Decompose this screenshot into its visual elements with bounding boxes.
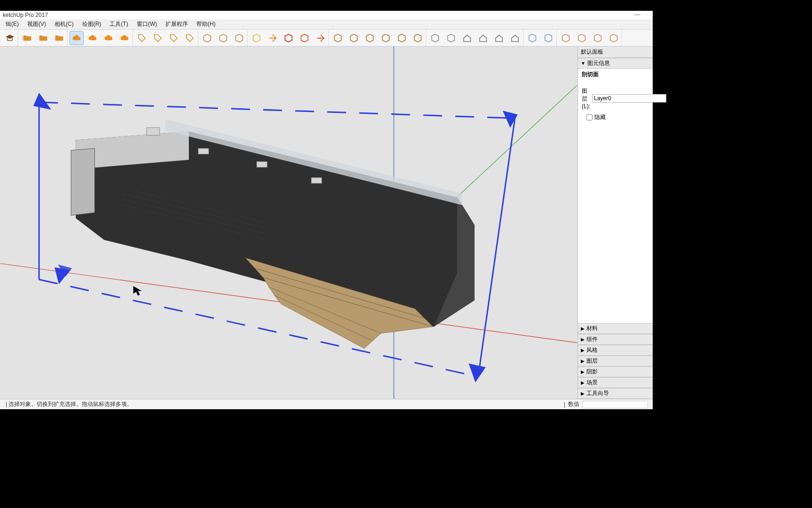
accordion-风格[interactable]: ▶风格 xyxy=(578,345,653,356)
status-bar: | 选择对象。切换到扩充选择。拖动鼠标选择多项。 | 数值 xyxy=(0,399,653,409)
chevron-down-icon: ▼ xyxy=(581,61,586,66)
chevron-right-icon: ▶ xyxy=(581,358,585,364)
toolbar-house2[interactable] xyxy=(476,31,490,45)
accordion-组件[interactable]: ▶组件 xyxy=(578,334,653,345)
menu-bar: 辑(E)视图(V)相机(C)绘图(R)工具(T)窗口(W)扩展程序帮助(H) xyxy=(0,19,653,30)
minimize-button[interactable]: — xyxy=(634,11,640,18)
toolbar xyxy=(0,30,653,47)
menu-扩展程序[interactable]: 扩展程序 xyxy=(162,19,192,29)
toolbar-tag3[interactable] xyxy=(167,31,181,45)
hidden-checkbox[interactable] xyxy=(586,114,593,120)
toolbar-paint2[interactable] xyxy=(347,31,361,45)
chevron-right-icon: ▶ xyxy=(581,348,585,353)
toolbar-paint3[interactable] xyxy=(363,31,377,45)
viewport[interactable] xyxy=(0,47,578,399)
toolbar-cube2[interactable] xyxy=(216,31,230,45)
toolbar-paint5[interactable] xyxy=(395,31,409,45)
toolbar-slash-red[interactable] xyxy=(281,31,296,45)
toolbar-paint6[interactable] xyxy=(411,31,425,45)
accordion-场景[interactable]: ▶场景 xyxy=(578,377,653,388)
toolbar-box1[interactable] xyxy=(428,31,442,45)
accordion-工具向导[interactable]: ▶工具向导 xyxy=(578,388,653,399)
accordion-图层[interactable]: ▶图层 xyxy=(578,356,653,366)
toolbar-house4[interactable] xyxy=(508,31,522,45)
toolbar-tag[interactable] xyxy=(135,31,149,45)
toolbar-tag2[interactable] xyxy=(151,31,165,45)
toolbar-paint4[interactable] xyxy=(379,31,393,45)
svg-marker-14 xyxy=(71,149,94,215)
accordion-entity-info[interactable]: ▼ 图元信息 xyxy=(578,58,653,69)
status-message: | 选择对象。切换到扩充选择。拖动鼠标选择多项。 xyxy=(2,400,564,408)
svg-line-5 xyxy=(39,102,515,118)
menu-相机(C)[interactable]: 相机(C) xyxy=(51,19,78,29)
chevron-right-icon: ▶ xyxy=(581,369,585,374)
accordion-材料[interactable]: ▶材料 xyxy=(578,323,653,334)
entity-info-body: 图层(L): 隐藏 xyxy=(578,80,653,125)
toolbar-grad-cap[interactable] xyxy=(3,31,17,45)
toolbar-folder-open[interactable] xyxy=(20,31,34,45)
toolbar-s4[interactable] xyxy=(607,31,621,45)
svg-rect-29 xyxy=(312,178,322,183)
menu-工具(T)[interactable]: 工具(T) xyxy=(106,19,132,29)
toolbar-s1[interactable] xyxy=(559,31,573,45)
toolbar-arrow-up[interactable] xyxy=(313,31,328,45)
svg-line-4 xyxy=(478,118,515,376)
accordion-阴影[interactable]: ▶阴影 xyxy=(578,366,653,377)
hidden-label: 隐藏 xyxy=(594,113,606,121)
toolbar-arrow-orange[interactable] xyxy=(265,31,280,45)
menu-窗口(W)[interactable]: 窗口(W) xyxy=(133,19,161,29)
toolbar-tag4[interactable] xyxy=(183,31,197,45)
menu-绘图(R)[interactable]: 绘图(R) xyxy=(78,19,105,29)
menu-辑(E)[interactable]: 辑(E) xyxy=(2,19,23,29)
toolbar-cube3[interactable] xyxy=(232,31,246,45)
tray-panel: 默认面板 ▼ 图元信息 剖切面 图层(L): 隐藏 ▶材料▶组件▶风格▶图层▶阴… xyxy=(578,47,653,399)
measurement-input[interactable] xyxy=(582,401,648,408)
svg-rect-26 xyxy=(147,127,160,135)
tray-title[interactable]: 默认面板 xyxy=(578,47,653,58)
chevron-right-icon: ▶ xyxy=(581,326,585,331)
toolbar-paint1[interactable] xyxy=(331,31,345,45)
toolbar-s3[interactable] xyxy=(591,31,605,45)
toolbar-star-arrow[interactable] xyxy=(250,31,264,45)
layer-field[interactable] xyxy=(592,94,666,103)
title-bar: ketchUp Pro 2017 — xyxy=(0,11,653,19)
svg-marker-10 xyxy=(469,364,486,382)
toolbar-cube1[interactable] xyxy=(200,31,214,45)
entity-type-label: 剖切面 xyxy=(578,69,653,80)
toolbar-cloud-check[interactable] xyxy=(117,31,132,45)
chevron-right-icon: ▶ xyxy=(581,380,585,385)
svg-rect-27 xyxy=(198,149,209,154)
viewport-scene xyxy=(0,47,578,399)
toolbar-cloud-active[interactable] xyxy=(70,31,84,45)
menu-视图(V)[interactable]: 视图(V) xyxy=(23,19,50,29)
chevron-right-icon: ▶ xyxy=(581,337,585,342)
toolbar-s2[interactable] xyxy=(575,31,589,45)
toolbar-folder-plus[interactable] xyxy=(36,31,50,45)
toolbar-p1[interactable] xyxy=(525,31,539,45)
app-window: ketchUp Pro 2017 — 辑(E)视图(V)相机(C)绘图(R)工具… xyxy=(0,11,653,409)
layer-label: 图层(L): xyxy=(582,87,590,110)
toolbar-cloud-solid[interactable] xyxy=(102,31,116,45)
toolbar-house1[interactable] xyxy=(460,31,474,45)
toolbar-folder-x[interactable] xyxy=(52,31,66,45)
svg-marker-7 xyxy=(33,93,51,110)
svg-marker-31 xyxy=(133,286,142,295)
toolbar-para[interactable] xyxy=(297,31,312,45)
toolbar-house3[interactable] xyxy=(492,31,506,45)
menu-帮助(H)[interactable]: 帮助(H) xyxy=(193,19,219,29)
toolbar-box2[interactable] xyxy=(444,31,458,45)
app-title: ketchUp Pro 2017 xyxy=(3,12,48,18)
measurement-label: 数值 xyxy=(568,400,579,408)
chevron-right-icon: ▶ xyxy=(581,391,585,396)
toolbar-p2[interactable] xyxy=(541,31,555,45)
svg-rect-28 xyxy=(257,162,267,167)
toolbar-cloud-lines[interactable] xyxy=(86,31,100,45)
